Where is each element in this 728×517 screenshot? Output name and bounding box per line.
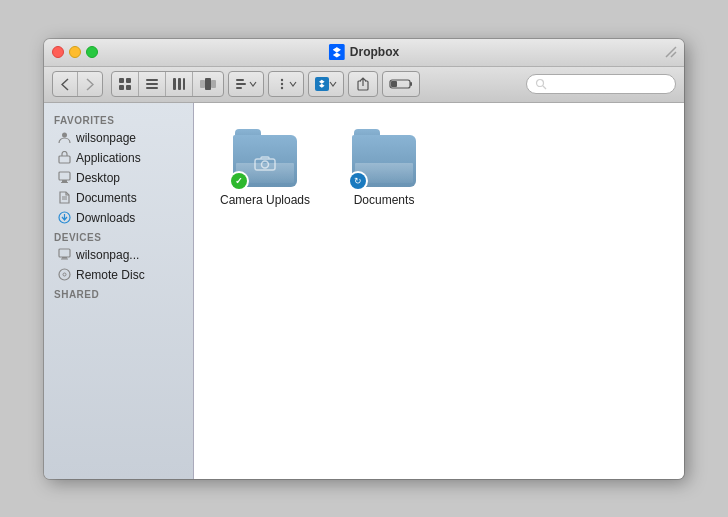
- shared-section-label: SHARED: [44, 285, 193, 302]
- info-buttons: [382, 71, 420, 97]
- sidebar-item-desktop[interactable]: Desktop: [47, 168, 190, 188]
- nav-buttons: [52, 71, 103, 97]
- sidebar-item-wilsonpag[interactable]: wilsonpag...: [47, 245, 190, 265]
- svg-rect-29: [62, 180, 67, 182]
- folder-icon-camera-uploads: ✓: [233, 129, 297, 187]
- svg-rect-30: [61, 182, 68, 183]
- svg-rect-7: [146, 87, 158, 89]
- sidebar-item-wilsonpage[interactable]: wilsonpage: [47, 128, 190, 148]
- svg-rect-23: [410, 82, 412, 86]
- search-icon: [535, 78, 547, 90]
- svg-rect-1: [119, 78, 124, 83]
- svg-rect-4: [126, 85, 131, 90]
- sidebar-item-documents[interactable]: Documents: [47, 188, 190, 208]
- column-view-button[interactable]: [166, 72, 193, 96]
- svg-rect-35: [62, 257, 67, 259]
- file-label-camera-uploads: Camera Uploads: [220, 193, 310, 207]
- check-badge: ✓: [229, 171, 249, 191]
- window-title-area: Dropbox: [329, 44, 399, 60]
- title-bar: Dropbox: [44, 39, 684, 67]
- sidebar-item-remote-disc[interactable]: Remote Disc: [47, 265, 190, 285]
- info-button[interactable]: [383, 72, 419, 96]
- close-button[interactable]: [52, 46, 64, 58]
- svg-point-24: [537, 80, 544, 87]
- camera-icon: [254, 155, 276, 171]
- svg-rect-9: [178, 78, 181, 90]
- svg-rect-6: [146, 83, 158, 85]
- dropbox-button[interactable]: [309, 72, 343, 96]
- sidebar: FAVORITES wilsonpage Applicat: [44, 103, 194, 479]
- finder-window: Dropbox: [44, 39, 684, 479]
- svg-rect-36: [61, 259, 68, 260]
- sidebar-label-remote-disc: Remote Disc: [76, 268, 145, 282]
- main-content: FAVORITES wilsonpage Applicat: [44, 103, 684, 479]
- disc-icon: [57, 268, 71, 282]
- svg-line-25: [543, 86, 546, 89]
- computer-icon: [57, 248, 71, 262]
- user-icon: [57, 131, 71, 145]
- downloads-icon: [57, 211, 71, 225]
- favorites-section-label: FAVORITES: [44, 111, 193, 128]
- sidebar-label-wilsonpag: wilsonpag...: [76, 248, 139, 262]
- svg-rect-8: [173, 78, 176, 90]
- maximize-button[interactable]: [86, 46, 98, 58]
- sidebar-item-downloads[interactable]: Downloads: [47, 208, 190, 228]
- window-title: Dropbox: [350, 45, 399, 59]
- sync-badge: ↻: [348, 171, 368, 191]
- sidebar-label-documents: Documents: [76, 191, 137, 205]
- share-buttons: [348, 71, 378, 97]
- svg-point-19: [281, 87, 283, 89]
- back-button[interactable]: [53, 72, 78, 96]
- file-item-documents[interactable]: ↻ Documents: [346, 123, 422, 213]
- svg-point-40: [262, 161, 269, 168]
- svg-rect-15: [236, 83, 246, 85]
- view-buttons: [111, 71, 224, 97]
- desktop-icon: [57, 171, 71, 185]
- svg-rect-11: [200, 80, 205, 88]
- resize-icon: [664, 45, 678, 59]
- svg-point-26: [62, 133, 67, 138]
- sort-button[interactable]: [229, 72, 263, 96]
- svg-rect-2: [126, 78, 131, 83]
- svg-rect-10: [183, 78, 185, 90]
- file-item-camera-uploads[interactable]: ✓ Camera Uploads: [214, 123, 316, 213]
- svg-rect-34: [59, 249, 70, 257]
- svg-point-37: [59, 269, 70, 280]
- sidebar-label-applications: Applications: [76, 151, 141, 165]
- sidebar-label-downloads: Downloads: [76, 211, 135, 225]
- svg-rect-28: [59, 172, 70, 180]
- svg-rect-5: [146, 79, 158, 81]
- sidebar-label-wilsonpage: wilsonpage: [76, 131, 136, 145]
- toolbar: [44, 67, 684, 103]
- svg-point-17: [281, 79, 283, 81]
- sidebar-item-applications[interactable]: Applications: [47, 148, 190, 168]
- svg-point-38: [63, 273, 66, 276]
- documents-icon: [57, 191, 71, 205]
- share-button[interactable]: [349, 72, 377, 96]
- folder-icon-documents: ↻: [352, 129, 416, 187]
- svg-rect-3: [119, 85, 124, 90]
- sort-buttons: [228, 71, 264, 97]
- sidebar-label-desktop: Desktop: [76, 171, 120, 185]
- svg-point-18: [281, 83, 283, 85]
- list-view-button[interactable]: [139, 72, 166, 96]
- forward-button[interactable]: [78, 72, 102, 96]
- svg-rect-16: [236, 87, 242, 89]
- dropbox-logo-icon: [329, 44, 345, 60]
- svg-rect-14: [236, 79, 244, 81]
- svg-rect-22: [391, 81, 397, 87]
- traffic-lights: [52, 46, 98, 58]
- action-buttons: [268, 71, 304, 97]
- minimize-button[interactable]: [69, 46, 81, 58]
- action-button[interactable]: [269, 72, 303, 96]
- search-box[interactable]: [526, 74, 676, 94]
- file-label-documents: Documents: [354, 193, 415, 207]
- dropbox-buttons: [308, 71, 344, 97]
- coverflow-view-button[interactable]: [193, 72, 223, 96]
- file-area: ✓ Camera Uploads ↻ Documents: [194, 103, 684, 479]
- applications-icon: [57, 151, 71, 165]
- icon-view-button[interactable]: [112, 72, 139, 96]
- devices-section-label: DEVICES: [44, 228, 193, 245]
- svg-rect-13: [211, 80, 216, 88]
- svg-rect-12: [205, 78, 211, 90]
